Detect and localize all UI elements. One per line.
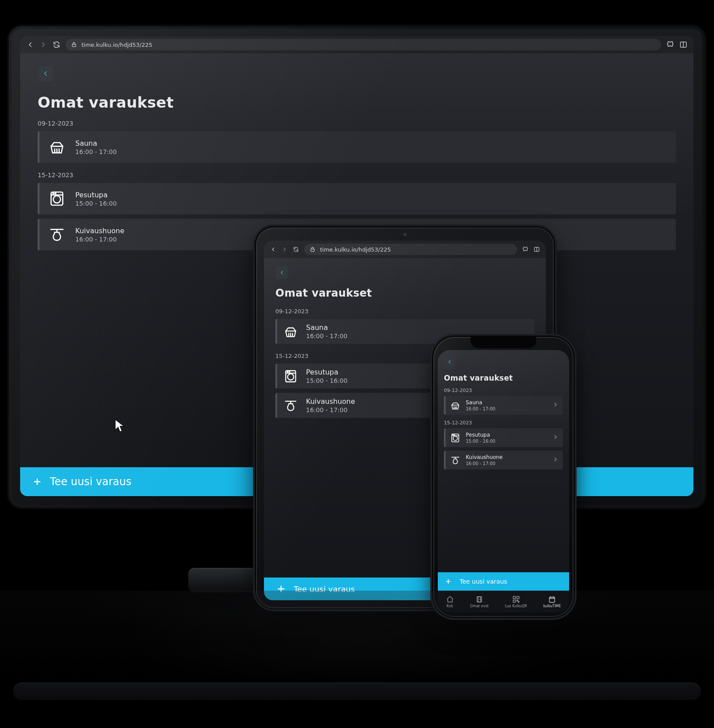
tab-label: kulkuTIME: [543, 604, 561, 608]
chevron-right-icon: [552, 456, 559, 464]
nav-back-icon[interactable]: [270, 246, 276, 252]
washer-icon: [450, 433, 461, 443]
chevron-left-icon: [279, 270, 285, 276]
reflection-bar: [13, 682, 701, 700]
booking-name: Kuivaushuone: [466, 454, 503, 460]
cta-label: Tee uusi varaus: [294, 584, 355, 594]
booking-row-pesutupa[interactable]: Pesutupa 15:00 - 16:00: [38, 183, 676, 214]
qr-icon: [512, 595, 520, 603]
cta-label: Tee uusi varaus: [460, 578, 507, 585]
reload-icon[interactable]: [53, 41, 60, 49]
booking-row-sauna[interactable]: Sauna 16:00 - 17:00: [38, 131, 676, 163]
booking-time: 15:00 - 16:00: [306, 377, 348, 384]
booking-name: Pesutupa: [306, 368, 348, 376]
phone-tabbar: Koti Omat ovet Lue KulkuQR kulkuTIME: [438, 591, 569, 612]
browser-toolbar: time.kulku.io/hdjd53/225: [264, 241, 546, 258]
plus-icon: [445, 578, 452, 585]
booking-time: 16:00 - 17:00: [466, 461, 503, 466]
app-content: Omat varaukset 09-12-2023 Sauna 16:00 - …: [438, 350, 569, 612]
url-bar[interactable]: time.kulku.io/hdjd53/225: [304, 244, 517, 255]
plus-icon: [276, 584, 286, 594]
app-phone: Omat varaukset 09-12-2023 Sauna 16:00 - …: [438, 350, 569, 612]
chevron-right-icon: [552, 434, 559, 442]
date-header: 09-12-2023: [275, 308, 535, 315]
booking-name: Sauna: [306, 323, 348, 332]
extensions-icon[interactable]: [522, 246, 528, 252]
booking-time: 16:00 - 17:00: [75, 236, 124, 243]
booking-name: Sauna: [75, 139, 117, 147]
date-header: 09-12-2023: [444, 388, 563, 393]
plus-icon: [32, 477, 42, 486]
booking-name: Kuivaushuone: [75, 227, 124, 235]
drying-icon: [48, 226, 66, 243]
tab-kulkutime[interactable]: kulkuTIME: [543, 595, 561, 608]
reload-icon[interactable]: [293, 246, 299, 252]
sauna-icon: [283, 324, 298, 339]
back-button[interactable]: [275, 266, 288, 279]
url-text: time.kulku.io/hdjd53/225: [81, 42, 152, 48]
url-bar[interactable]: time.kulku.io/hdjd53/225: [66, 39, 661, 50]
back-button[interactable]: [38, 66, 53, 81]
date-header: 15-12-2023: [444, 420, 563, 426]
booking-time: 16:00 - 17:00: [306, 332, 348, 340]
browser-toolbar: time.kulku.io/hdjd53/225: [20, 36, 693, 53]
tab-lue-kulkuqr[interactable]: Lue KulkuQR: [505, 595, 527, 608]
chevron-right-icon: [552, 401, 559, 410]
phone-device: Omat varaukset 09-12-2023 Sauna 16:00 - …: [433, 337, 573, 617]
drying-icon: [283, 398, 298, 413]
nav-back-icon[interactable]: [26, 41, 34, 49]
booking-name: Kuivaushuone: [306, 397, 355, 406]
booking-row-pesutupa[interactable]: Pesutupa 15:00 - 16:00: [444, 428, 563, 447]
tab-label: Koti: [447, 604, 453, 608]
new-booking-button[interactable]: Tee uusi varaus: [438, 572, 569, 591]
chevron-left-icon: [447, 359, 453, 365]
side-panel-icon[interactable]: [679, 41, 687, 49]
calendar-icon: [548, 595, 556, 603]
url-text: time.kulku.io/hdjd53/225: [320, 246, 391, 253]
side-panel-icon[interactable]: [534, 246, 540, 252]
washer-icon: [283, 369, 298, 384]
drying-icon: [450, 455, 461, 466]
booking-time: 16:00 - 17:00: [306, 406, 355, 413]
booking-time: 16:00 - 17:00: [75, 148, 117, 155]
reflection: [0, 591, 714, 726]
chevron-left-icon: [42, 70, 49, 77]
booking-time: 15:00 - 16:00: [466, 439, 496, 444]
cta-label: Tee uusi varaus: [50, 476, 131, 488]
back-button[interactable]: [444, 356, 455, 368]
booking-name: Pesutupa: [466, 432, 496, 438]
booking-time: 15:00 - 16:00: [75, 200, 117, 207]
washer-icon: [48, 190, 66, 207]
nav-forward-icon[interactable]: [39, 41, 47, 49]
date-header: 15-12-2023: [38, 172, 676, 178]
doors-icon: [475, 595, 483, 603]
page-title: Omat varaukset: [38, 94, 676, 111]
tab-label: Omat ovet: [470, 604, 489, 608]
nav-forward-icon[interactable]: [281, 246, 288, 252]
lock-icon: [71, 42, 77, 48]
extensions-icon[interactable]: [666, 41, 674, 49]
page-title: Omat varaukset: [275, 287, 535, 299]
date-header: 09-12-2023: [38, 120, 676, 127]
sauna-icon: [450, 400, 461, 411]
sauna-icon: [48, 138, 66, 156]
lock-icon: [310, 246, 316, 252]
phone-notch: [471, 337, 536, 348]
booking-row-sauna[interactable]: Sauna 16:00 - 17:00: [444, 396, 563, 415]
home-icon: [446, 595, 454, 603]
booking-row-kuivaushuone[interactable]: Kuivaushuone 16:00 - 17:00: [444, 451, 563, 469]
tab-label: Lue KulkuQR: [505, 604, 527, 608]
tab-omat-ovet[interactable]: Omat ovet: [470, 595, 489, 608]
page-title: Omat varaukset: [444, 374, 563, 382]
booking-name: Sauna: [466, 399, 496, 406]
cursor-icon: [115, 419, 124, 432]
tab-koti[interactable]: Koti: [446, 595, 454, 608]
booking-name: Pesutupa: [75, 191, 117, 199]
booking-time: 16:00 - 17:00: [466, 406, 496, 411]
